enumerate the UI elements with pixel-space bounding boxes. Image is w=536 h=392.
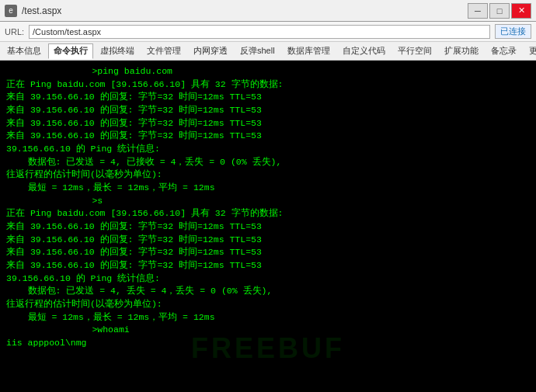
terminal-line: 最短 = 12ms，最长 = 12ms，平均 = 12ms <box>6 182 530 195</box>
terminal-line: 39.156.66.10 的 Ping 统计信息: <box>6 143 530 156</box>
nav-tab-2[interactable]: 虚拟终端 <box>95 43 140 59</box>
url-label: URL: <box>5 27 24 36</box>
terminal-line: 来自 39.156.66.10 的回复: 字节=32 时间=12ms TTL=5… <box>6 117 530 130</box>
terminal-line: >whoami <box>6 324 530 337</box>
nav-tab-1[interactable]: 命令执行 <box>48 43 93 59</box>
nav-tab-4[interactable]: 内网穿透 <box>188 43 233 59</box>
nav-tab-3[interactable]: 文件管理 <box>141 43 186 59</box>
nav-tab-10[interactable]: 备忘录 <box>486 43 522 59</box>
connect-button[interactable]: 已连接 <box>495 24 531 39</box>
terminal-line: 来自 39.156.66.10 的回复: 字节=32 时间=12ms TTL=5… <box>6 234 530 247</box>
nav-tab-7[interactable]: 自定义代码 <box>337 43 391 59</box>
terminal-line: >ping baidu.com <box>6 65 530 78</box>
nav-tab-8[interactable]: 平行空间 <box>392 43 437 59</box>
terminal[interactable]: FREEBUF >ping baidu.com正在 Ping baidu.com… <box>0 61 536 392</box>
terminal-line: >s <box>6 195 530 208</box>
window-title: /test.aspx <box>22 5 61 16</box>
terminal-line: 往返行程的估计时间(以毫秒为单位): <box>6 168 530 182</box>
nav-tab-5[interactable]: 反弹shell <box>235 43 280 59</box>
nav-tab-11[interactable]: 更新信息 <box>524 43 536 59</box>
terminal-line: 正在 Ping baidu.com [39.156.66.10] 具有 32 字… <box>6 207 530 220</box>
nav-tabs: 基本信息命令执行虚拟终端文件管理内网穿透反弹shell数据库管理自定义代码平行空… <box>0 42 536 61</box>
nav-tab-0[interactable]: 基本信息 <box>2 43 47 59</box>
terminal-line: 正在 Ping baidu.com [39.156.66.10] 具有 32 字… <box>6 78 530 92</box>
title-bar: e /test.aspx ─ □ ✕ <box>0 0 536 22</box>
terminal-line: 数据包: 已发送 = 4, 已接收 = 4，丢失 = 0 (0% 丢失), <box>6 156 530 169</box>
nav-tab-6[interactable]: 数据库管理 <box>282 43 336 59</box>
terminal-line: 往返行程的估计时间(以毫秒为单位): <box>6 298 530 311</box>
nav-tab-9[interactable]: 扩展功能 <box>439 43 484 59</box>
terminal-line: iis apppool\nmg <box>6 337 530 350</box>
window-controls: ─ □ ✕ <box>468 3 531 19</box>
minimize-button[interactable]: ─ <box>468 3 488 19</box>
terminal-line: 最短 = 12ms，最长 = 12ms，平均 = 12ms <box>6 311 530 324</box>
terminal-line: 来自 39.156.66.10 的回复: 字节=32 时间=12ms TTL=5… <box>6 91 530 104</box>
terminal-line: 来自 39.156.66.10 的回复: 字节=32 时间=12ms TTL=5… <box>6 246 530 259</box>
terminal-line: 39.156.66.10 的 Ping 统计信息: <box>6 272 530 286</box>
app-icon: e <box>5 5 17 17</box>
close-button[interactable]: ✕ <box>511 3 531 19</box>
url-input[interactable] <box>29 25 490 39</box>
terminal-line: 来自 39.156.66.10 的回复: 字节=32 时间=12ms TTL=5… <box>6 220 530 234</box>
terminal-line: 来自 39.156.66.10 的回复: 字节=32 时间=12ms TTL=5… <box>6 104 530 117</box>
terminal-line: 来自 39.156.66.10 的回复: 字节=32 时间=12ms TTL=5… <box>6 130 530 143</box>
terminal-line: 来自 39.156.66.10 的回复: 字节=32 时间=12ms TTL=5… <box>6 259 530 272</box>
url-bar: URL: 已连接 <box>0 22 536 42</box>
maximize-button[interactable]: □ <box>489 3 510 19</box>
terminal-line: 数据包: 已发送 = 4, 丢失 = 4，丢失 = 0 (0% 丢失), <box>6 285 530 298</box>
